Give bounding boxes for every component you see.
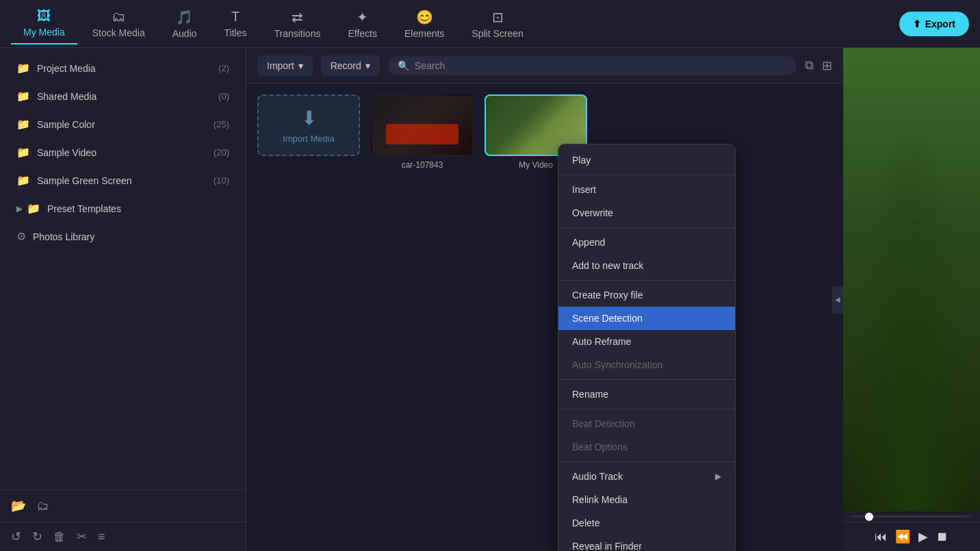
progress-bar[interactable] (851, 515, 972, 517)
ctx-audio-track[interactable]: Audio Track ▶ (558, 465, 735, 488)
adjust-icon[interactable]: ≡ (98, 530, 105, 544)
sidebar-label-photos-library: Photos Library (33, 231, 94, 242)
redo-icon[interactable]: ↻ (32, 529, 42, 544)
sidebar-item-shared-media[interactable]: 📁 Shared Media (0) (5, 83, 240, 110)
ctx-divider-6 (558, 461, 735, 462)
sidebar-item-photos-library[interactable]: ⚙ Photos Library (5, 223, 240, 250)
delete-icon[interactable]: 🗑 (53, 530, 66, 544)
media-toolbar: Import ▾ Record ▾ 🔍 Search ⧉ ⊞ (246, 48, 843, 84)
media-area: Import ▾ Record ▾ 🔍 Search ⧉ ⊞ ⬇ I (246, 48, 843, 551)
ctx-divider-1 (558, 175, 735, 175)
transitions-icon: ⇄ (292, 9, 303, 25)
cut-icon[interactable]: ✂ (77, 529, 87, 544)
nav-item-effects[interactable]: ✦ Effects (335, 3, 389, 44)
audio-track-arrow: ▶ (715, 472, 721, 481)
sidebar-bottom: 📂 🗂 (0, 489, 246, 522)
record-button[interactable]: Record ▾ (321, 55, 380, 76)
search-box[interactable]: 🔍 Search (388, 56, 797, 75)
collapse-preview-handle[interactable]: ◀ (832, 286, 843, 313)
sidebar-count-sample-video: (20) (214, 147, 229, 157)
ctx-divider-3 (558, 280, 735, 281)
media-grid: ⬇ Import Media car-107843 My Video (246, 84, 843, 181)
ctx-relink-media[interactable]: Relink Media (558, 488, 735, 511)
nav-item-audio[interactable]: 🎵 Audio (160, 3, 209, 44)
ctx-add-to-new-track[interactable]: Add to new track (558, 254, 735, 277)
folder-icon-preset: 📁 (27, 202, 40, 215)
sidebar-item-project-media[interactable]: 📁 Project Media (2) (5, 55, 240, 81)
import-media-item[interactable]: ⬇ Import Media (257, 94, 360, 170)
prev-frame-button[interactable]: ⏮ (875, 530, 887, 544)
sidebar-item-preset-templates[interactable]: ▶ 📁 Preset Templates (5, 195, 240, 222)
record-dropdown-icon: ▾ (365, 60, 370, 71)
ctx-insert[interactable]: Insert (558, 178, 735, 201)
grid-view-icon[interactable]: ⊞ (822, 58, 832, 73)
ctx-beat-detection: Beat Detection (558, 412, 735, 435)
ctx-auto-sync: Auto Synchronization (558, 353, 735, 376)
sidebar-count-sample-color: (25) (214, 119, 229, 129)
audio-icon: 🎵 (176, 9, 193, 25)
sidebar-item-sample-color[interactable]: 📁 Sample Color (25) (5, 111, 240, 138)
sidebar-label-preset-templates: Preset Templates (47, 203, 121, 214)
nav-label-audio: Audio (172, 28, 197, 39)
ctx-rename[interactable]: Rename (558, 383, 735, 406)
import-thumb[interactable]: ⬇ Import Media (257, 94, 360, 156)
export-label: Export (925, 18, 955, 29)
nav-item-stock-media[interactable]: 🗂 Stock Media (80, 3, 157, 44)
titles-icon: T (231, 9, 240, 25)
new-folder-icon[interactable]: 📂 (11, 498, 26, 513)
nav-item-transitions[interactable]: ⇄ Transitions (261, 3, 333, 44)
nav-item-elements[interactable]: 😊 Elements (392, 3, 456, 44)
chevron-right-icon: ▶ (16, 204, 23, 214)
car-thumb[interactable] (371, 94, 474, 156)
my-video-label: My Video (519, 160, 553, 170)
nav-item-split-screen[interactable]: ⊡ Split Screen (459, 3, 535, 44)
search-icon: 🔍 (398, 60, 409, 71)
progress-bar-area[interactable] (843, 511, 980, 522)
sidebar-label-project-media: Project Media (37, 63, 96, 74)
nav-label-effects: Effects (348, 28, 377, 39)
nav-label-my-media: My Media (23, 27, 65, 38)
effects-icon: ✦ (357, 9, 368, 25)
sidebar-count-shared-media: (0) (218, 91, 229, 101)
folder-icon-sample-color: 📁 (16, 118, 30, 131)
car-media-item[interactable]: car-107843 (371, 94, 474, 170)
nav-label-titles: Titles (224, 27, 247, 38)
export-button[interactable]: ⬆ Export (899, 12, 969, 36)
ctx-divider-4 (558, 379, 735, 380)
play-button[interactable]: ▶ (918, 529, 928, 544)
sidebar-item-sample-video[interactable]: 📁 Sample Video (20) (5, 139, 240, 166)
preview-video (843, 48, 980, 511)
nav-label-transitions: Transitions (274, 28, 320, 39)
folder-icon-project: 📁 (16, 62, 30, 75)
nav-item-my-media[interactable]: 🖼 My Media (11, 3, 77, 44)
top-navigation: 🖼 My Media 🗂 Stock Media 🎵 Audio T Title… (0, 0, 980, 48)
import-button[interactable]: Import ▾ (257, 55, 313, 76)
car-label: car-107843 (402, 160, 443, 170)
open-folder-icon[interactable]: 🗂 (37, 499, 49, 513)
import-dropdown-icon: ▾ (298, 60, 303, 71)
sidebar-count-sample-green: (10) (214, 175, 229, 185)
record-label: Record (331, 60, 361, 71)
ctx-overwrite[interactable]: Overwrite (558, 201, 735, 225)
progress-dot[interactable] (865, 513, 873, 521)
ctx-reveal-in-finder[interactable]: Reveal in Finder (558, 535, 735, 551)
stop-button[interactable]: ⏹ (936, 530, 949, 544)
ctx-divider-5 (558, 409, 735, 409)
filter-icon[interactable]: ⧉ (805, 58, 814, 73)
preview-controls: ⏮ ⏪ ▶ ⏹ (843, 522, 980, 551)
import-label: Import (267, 60, 294, 71)
step-back-button[interactable]: ⏪ (895, 529, 910, 544)
sidebar-item-sample-green[interactable]: 📁 Sample Green Screen (10) (5, 167, 240, 194)
ctx-create-proxy[interactable]: Create Proxy file (558, 283, 735, 307)
sidebar-count-project-media: (2) (218, 63, 229, 73)
preview-area: ⏮ ⏪ ▶ ⏹ (843, 48, 980, 551)
gear-icon-photos: ⚙ (16, 230, 26, 243)
ctx-append[interactable]: Append (558, 231, 735, 254)
ctx-delete[interactable]: Delete (558, 511, 735, 535)
sidebar-label-sample-video: Sample Video (37, 147, 96, 158)
undo-icon[interactable]: ↺ (11, 529, 21, 544)
ctx-play[interactable]: Play (558, 149, 735, 172)
ctx-auto-reframe[interactable]: Auto Reframe (558, 330, 735, 353)
ctx-scene-detection[interactable]: Scene Detection (558, 307, 735, 330)
nav-item-titles[interactable]: T Titles (212, 3, 259, 44)
